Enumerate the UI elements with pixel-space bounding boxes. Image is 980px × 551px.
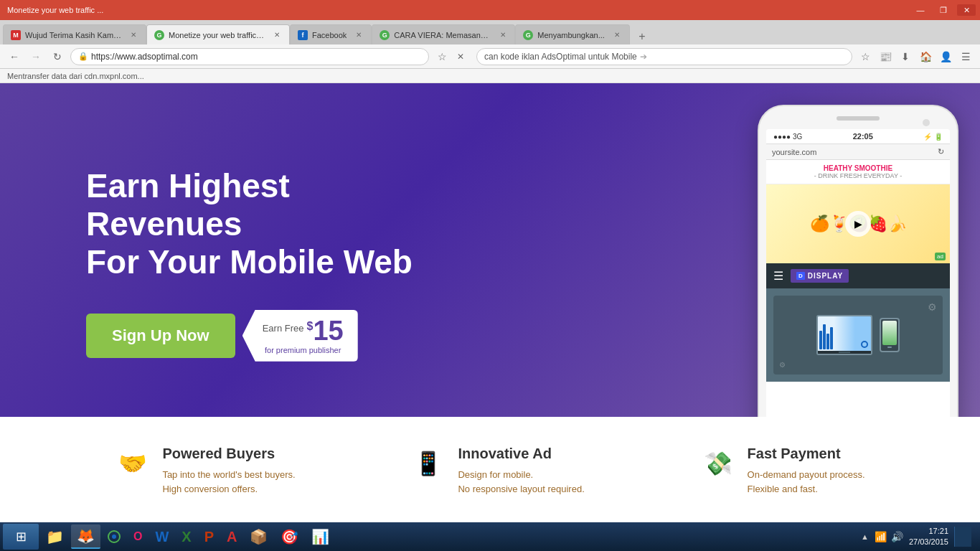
- powered-buyers-icon: 🤝: [115, 446, 151, 481]
- tab-favicon-adsoptimal: G: [154, 30, 164, 40]
- phone-hamburger-icon[interactable]: ☰: [773, 269, 783, 283]
- maximize-button[interactable]: ❐: [934, 4, 953, 16]
- window-controls: — ❐ ✕: [911, 4, 976, 16]
- forward-button[interactable]: →: [27, 48, 44, 65]
- start-button[interactable]: ⊞: [3, 524, 39, 550]
- minimize-button[interactable]: —: [911, 4, 930, 16]
- earn-amount: 15: [313, 317, 343, 344]
- phone-speaker: [837, 116, 880, 121]
- powered-buyers-desc: Tap into the world's best buyers. High c…: [162, 468, 295, 496]
- earn-tag-content: Earn Free $ 15: [263, 317, 344, 344]
- taskbar: ⊞ 📁 🦊 O W X P A 📦 🎯 📊 ▲ 📶 🔊 17:21 27/03/…: [0, 522, 980, 551]
- feature-fast-payment: 💸 Fast Payment On-demand payout process.…: [700, 446, 865, 496]
- feature-innovative-ad: 📱 Innovative Ad Design for mobile. No re…: [410, 446, 584, 496]
- phone-nav-bar: ☰ D DISPLAY: [766, 263, 950, 288]
- fast-payment-icon: 💸: [700, 446, 736, 481]
- innovative-ad-text: Innovative Ad Design for mobile. No resp…: [458, 446, 584, 496]
- phone-url: yoursite.com: [772, 148, 816, 156]
- taskbar-excel[interactable]: X: [176, 524, 197, 549]
- tab-label-adsoptimal: Monetize your web traffic ...: [169, 31, 265, 39]
- home-icon[interactable]: 🏠: [917, 48, 934, 65]
- phone-ad-image: 🍊🍹🥝🍓🍌 ▶ ad: [766, 184, 950, 263]
- new-tab-button[interactable]: +: [633, 29, 651, 44]
- phone-outer: ●●●● 3G 22:05 ⚡ 🔋 yoursite.com ↻ HEATHY …: [758, 105, 958, 417]
- innovative-ad-title: Innovative Ad: [458, 446, 584, 462]
- display-label: DISPLAY: [808, 272, 843, 280]
- url-box[interactable]: 🔒 https://www.adsoptimal.com: [70, 48, 429, 65]
- bookmark-icon[interactable]: ☆: [433, 48, 451, 65]
- download-icon[interactable]: ⬇: [897, 48, 914, 65]
- fast-payment-desc: On-demand payout process. Flexible and f…: [748, 468, 865, 496]
- title-bar: Monetize your web traffic ... — ❐ ✕: [0, 0, 980, 20]
- earn-tag: Earn Free $ 15 for premium publisher: [242, 310, 358, 362]
- back-button[interactable]: ←: [6, 48, 23, 65]
- tab-gmail[interactable]: M Wujud Terima Kasih Kami ... ✕: [3, 24, 146, 44]
- earn-dollar-sign: $: [306, 320, 313, 333]
- url-clear-button[interactable]: ✕: [452, 48, 469, 65]
- phone-display-content: ⚙ ⚙: [766, 288, 950, 382]
- tab-close-gmail[interactable]: ✕: [128, 30, 138, 40]
- url-text: https://www.adsoptimal.com: [91, 52, 198, 62]
- signup-button[interactable]: Sign Up Now: [86, 314, 235, 358]
- tab-cara[interactable]: G CARA VIERA: Memasang Ik... ✕: [372, 24, 515, 44]
- powered-buyers-text: Powered Buyers Tap into the world's best…: [162, 446, 295, 496]
- bar3: [826, 334, 829, 349]
- phone-status-bar: ●●●● 3G 22:05 ⚡ 🔋: [766, 129, 950, 143]
- phone-camera-dot: [923, 119, 930, 126]
- refresh-button[interactable]: ↻: [49, 48, 66, 65]
- bar4: [830, 327, 833, 349]
- tab-close-facebook[interactable]: ✕: [354, 30, 364, 40]
- tab-facebook[interactable]: f Facebook ✕: [290, 24, 372, 44]
- search-text: can kode iklan AdsOptimal untuk Mobile: [484, 52, 637, 62]
- taskbar-app10[interactable]: 📊: [306, 524, 335, 549]
- account-icon[interactable]: 👤: [937, 48, 954, 65]
- tab-close-cara[interactable]: ✕: [498, 30, 507, 40]
- laptop-base-strip: [839, 352, 850, 353]
- tab-close-adsoptimal[interactable]: ✕: [272, 30, 282, 40]
- tab-close-menyambungkan[interactable]: ✕: [612, 30, 622, 40]
- svg-point-1: [112, 534, 116, 539]
- ad-label-tag: ad: [935, 253, 946, 260]
- taskbar-chrome[interactable]: [102, 524, 126, 549]
- gear-decoration2: ⚙: [779, 361, 786, 369]
- taskbar-app9[interactable]: 🎯: [275, 524, 304, 549]
- tab-label-facebook: Facebook: [312, 31, 347, 39]
- browser-chrome: Monetize your web traffic ... — ❐ ✕ M Wu…: [0, 0, 980, 83]
- tab-bar: M Wujud Terima Kasih Kami ... ✕ G Moneti…: [0, 20, 980, 44]
- menu-icon[interactable]: ☰: [957, 48, 974, 65]
- system-icons: 📶 🔊: [875, 531, 903, 542]
- network-icon: 📶: [875, 531, 887, 542]
- star-icon[interactable]: ☆: [857, 48, 874, 65]
- taskbar-firefox[interactable]: 🦊: [71, 524, 100, 549]
- search-box[interactable]: can kode iklan AdsOptimal untuk Mobile ➔: [476, 48, 852, 65]
- reader-icon[interactable]: 📰: [877, 48, 894, 65]
- phone-ad-banner: HEATHY SMOOTHIE - DRINK FRESH EVERYDAY -: [766, 160, 950, 184]
- hero-cta: Sign Up Now Earn Free $ 15 for premium p…: [86, 310, 445, 362]
- tab-favicon-cara: G: [380, 30, 390, 40]
- taskbar-acrobat[interactable]: A: [221, 524, 242, 549]
- gear-decoration: ⚙: [928, 301, 937, 313]
- taskbar-opera[interactable]: O: [128, 524, 148, 549]
- taskbar-word[interactable]: W: [149, 524, 174, 549]
- close-button[interactable]: ✕: [957, 4, 976, 16]
- tab-label-cara: CARA VIERA: Memasang Ik...: [394, 31, 491, 39]
- tab-label-gmail: Wujud Terima Kasih Kami ...: [25, 31, 121, 39]
- taskbar-powerpoint[interactable]: P: [199, 524, 220, 549]
- clock-time: 17:21: [909, 526, 948, 537]
- bar1: [819, 331, 822, 349]
- notification-area[interactable]: ▲: [861, 532, 869, 541]
- tab-favicon-gmail: M: [11, 30, 21, 40]
- hero-title-line1: Earn Highest Revenues: [86, 167, 445, 243]
- laptop-screen: [818, 316, 871, 351]
- features-section: 🤝 Powered Buyers Tap into the world's be…: [0, 417, 980, 524]
- phone-device-mini: [880, 318, 900, 352]
- taskbar-file-explorer[interactable]: 📁: [40, 524, 70, 549]
- taskbar-app8[interactable]: 📦: [244, 524, 273, 549]
- phone-play-button[interactable]: ▶: [845, 211, 871, 237]
- tab-adsoptimal[interactable]: G Monetize your web traffic ... ✕: [146, 24, 290, 44]
- feature-powered-buyers: 🤝 Powered Buyers Tap into the world's be…: [115, 446, 295, 496]
- hero-text: Earn Highest Revenues For Your Mobile We…: [86, 167, 445, 362]
- tab-menyambungkan[interactable]: G Menyambungkan... ✕: [515, 24, 630, 44]
- laptop-device: [816, 315, 872, 355]
- show-desktop-button[interactable]: [954, 527, 971, 547]
